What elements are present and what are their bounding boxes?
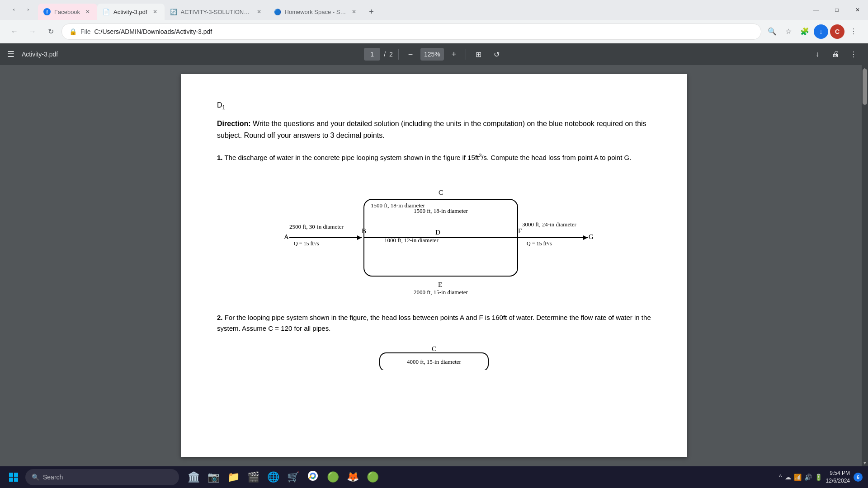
pdf-heading: D1 <box>217 101 651 111</box>
maximize-button[interactable]: □ <box>826 3 847 17</box>
pdf-toolbar-right: ↓ 🖨 ⋮ <box>810 47 861 61</box>
problem2-text: For the looping pipe system shown in the… <box>217 314 651 332</box>
pdf-page-separator: / <box>384 51 386 58</box>
scroll-down-arrow[interactable]: ▼ <box>862 459 868 466</box>
store-icon: 🛒 <box>287 471 299 483</box>
tab-strip: f Facebook ✕ 📄 Activity-3.pdf ✕ 🔄 ACTIVI… <box>38 4 806 20</box>
browser-menu-btn[interactable]: ⋮ <box>846 24 861 39</box>
pdf-toolbar: ☰ Activity-3.pdf / 2 − + ⊞ ↺ ↓ 🖨 ⋮ <box>0 43 868 65</box>
url-bar[interactable]: 🔒 File C:/Users/ADMIN/Downloads/Activity… <box>61 23 761 40</box>
taskbar-app-firefox[interactable]: 🦊 <box>344 468 362 486</box>
zoom-in-button[interactable]: + <box>448 48 460 61</box>
scrollbar-thumb[interactable] <box>863 69 867 105</box>
new-tab-button[interactable]: + <box>365 5 378 18</box>
studyx-favicon: 🔵 <box>274 8 281 15</box>
chevron-icon[interactable]: ^ <box>779 474 782 481</box>
pdf-download-btn[interactable]: ↓ <box>810 47 825 61</box>
search-icon-btn[interactable]: 🔍 <box>765 24 779 39</box>
battery-icon[interactable]: 🔋 <box>815 474 822 481</box>
clock[interactable]: 9:54 PM 12/6/2024 <box>826 469 850 485</box>
zoom-input[interactable] <box>420 48 444 61</box>
tab-forward-btn[interactable]: ˃ <box>22 5 34 18</box>
system-icons: ^ ☁ 📶 🔊 🔋 <box>779 474 822 481</box>
tab-activity3[interactable]: 📄 Activity-3.pdf ✕ <box>97 4 164 20</box>
pdf-total-pages: 2 <box>389 51 393 58</box>
svg-rect-7 <box>9 473 13 477</box>
label-d: D <box>435 229 440 236</box>
taskbar-app-spotify[interactable]: 🟢 <box>363 468 382 486</box>
tab-facebook[interactable]: f Facebook ✕ <box>38 4 97 20</box>
svg-marker-1 <box>357 235 362 240</box>
volume-icon[interactable]: 🔊 <box>804 474 812 481</box>
tab-activity3-close[interactable]: ✕ <box>151 8 159 16</box>
tab-facebook-close[interactable]: ✕ <box>84 8 92 16</box>
camera-icon: 📷 <box>208 471 220 483</box>
scrollbar-right[interactable]: ▲ ▼ <box>862 65 868 466</box>
explorer-icon: 🏛️ <box>188 471 200 483</box>
extensions-btn[interactable]: 🧩 <box>797 24 812 39</box>
forward-button[interactable]: → <box>25 24 40 39</box>
back-button[interactable]: ← <box>7 24 22 39</box>
fit-page-button[interactable]: ⊞ <box>472 47 486 61</box>
label-e: E <box>438 281 442 288</box>
close-button[interactable]: ✕ <box>847 3 868 17</box>
problem2-num: 2. <box>217 314 223 321</box>
chrome-icon <box>308 471 318 483</box>
pdf-filename: Activity-3.pdf <box>22 51 58 58</box>
filemanager-icon: 📁 <box>227 471 240 483</box>
taskbar-app-video[interactable]: 🎬 <box>244 468 262 486</box>
pdf-direction: Direction: Write the questions and your … <box>217 118 651 141</box>
wifi-icon[interactable]: 📶 <box>794 474 802 481</box>
taskbar-app-explorer[interactable]: 🏛️ <box>184 468 203 486</box>
svg-rect-8 <box>14 473 18 477</box>
activity3-favicon: 📄 <box>103 8 110 15</box>
pdf-divider <box>398 49 399 60</box>
tab-solutions-title: ACTIVITY-3-SOLUTIONS.pdf <box>181 9 251 15</box>
notification-badge[interactable]: 6 <box>854 473 863 482</box>
clock-date: 12/6/2024 <box>826 477 850 485</box>
direction-text: Write the questions and your detailed so… <box>217 120 646 139</box>
tab-studyx[interactable]: 🔵 Homework Space - StudyX ✕ <box>269 4 363 20</box>
firefox-icon: 🦊 <box>347 471 359 483</box>
tab-back-btn[interactable]: ˂ <box>7 5 20 18</box>
problem1-num: 1. <box>217 154 223 161</box>
left-pipe-label: 2500 ft, 30-in diameter <box>289 223 344 230</box>
rotate-button[interactable]: ↺ <box>490 47 504 61</box>
taskbar-search-text: Search <box>43 474 63 481</box>
pdf-menu-icon[interactable]: ☰ <box>7 49 14 59</box>
problem1-text: The discharge of water in the concrete p… <box>223 154 632 161</box>
pdf-more-btn[interactable]: ⋮ <box>846 47 861 61</box>
download-button[interactable]: ↓ <box>814 24 828 39</box>
zoom-out-button[interactable]: − <box>404 48 417 61</box>
profile-button[interactable]: C <box>830 24 844 39</box>
pdf-page-input[interactable] <box>364 48 380 61</box>
start-button[interactable] <box>5 469 22 485</box>
taskbar-app-store[interactable]: 🛒 <box>284 468 302 486</box>
taskbar-search-bar[interactable]: 🔍 Search <box>25 469 179 485</box>
label-g: G <box>589 233 594 240</box>
taskbar-app-filemanager[interactable]: 📁 <box>224 468 242 486</box>
pdf-toolbar-center: / 2 − + ⊞ ↺ <box>63 47 805 61</box>
tab-studyx-close[interactable]: ✕ <box>350 8 358 16</box>
partial-diagram: C 4000 ft, 15-in diameter <box>217 343 651 370</box>
tab-studyx-title: Homework Space - StudyX <box>285 9 346 15</box>
partial-diagram-svg: C 4000 ft, 15-in diameter <box>344 343 524 370</box>
pdf-print-btn[interactable]: 🖨 <box>828 47 843 61</box>
taskbar-app-edge[interactable]: 🌐 <box>264 468 282 486</box>
browser2-icon: 🟢 <box>327 471 339 483</box>
taskbar-app-browser2[interactable]: 🟢 <box>324 468 342 486</box>
taskbar-app-chrome[interactable] <box>304 468 322 486</box>
taskbar-app-camera[interactable]: 📷 <box>204 468 222 486</box>
pdf-problem-1: 1. The discharge of water in the concret… <box>217 152 651 163</box>
address-bar: ← → ↻ 🔒 File C:/Users/ADMIN/Downloads/Ac… <box>0 20 868 43</box>
top-pipe-inner: 1500 ft, 18-in diameter <box>414 207 468 214</box>
pdf-content-area: D1 Direction: Write the questions and yo… <box>0 65 868 466</box>
tab-solutions-close[interactable]: ✕ <box>255 8 263 16</box>
bookmark-star-btn[interactable]: ☆ <box>781 24 796 39</box>
taskbar: 🔍 Search 🏛️ 📷 📁 🎬 🌐 🛒 <box>0 466 868 488</box>
cloud-icon[interactable]: ☁ <box>785 474 791 481</box>
tab-solutions[interactable]: 🔄 ACTIVITY-3-SOLUTIONS.pdf ✕ <box>165 4 269 20</box>
minimize-button[interactable]: — <box>806 3 826 17</box>
refresh-button[interactable]: ↻ <box>43 24 58 39</box>
windows-logo-icon <box>8 472 19 483</box>
